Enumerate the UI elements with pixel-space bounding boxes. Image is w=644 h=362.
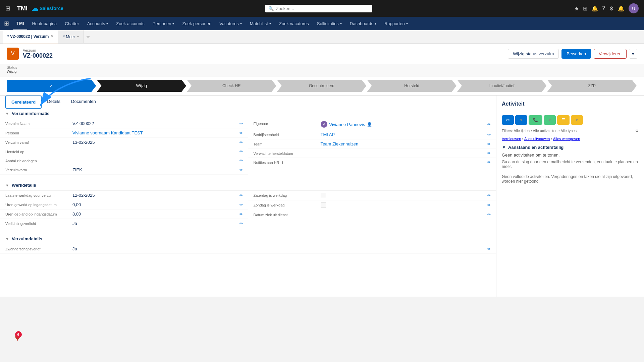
upcoming-title[interactable]: ▼ Aanstaand en achterstallig [502,145,639,150]
nav-zoek-accounts[interactable]: Zoek accounts [113,17,148,30]
nav-accounts[interactable]: Accounts▾ [84,17,111,30]
nav-vacatures[interactable]: Vacatures▾ [216,17,245,30]
nav-personen[interactable]: Personen▾ [149,17,178,30]
step-zzp[interactable]: ZZP [547,80,637,92]
nav-zoek-vacatures[interactable]: Zoek vacatures [276,17,312,30]
email-dropdown-button[interactable]: ▼ [515,115,527,125]
tab-edit-icon[interactable]: ✏ [87,35,90,39]
tab-vz-000022[interactable]: * VZ-000022 | Verzuim ✕ [3,30,58,44]
verzuiminformatie-header[interactable]: ▼ Verzuiminformatie [0,108,496,119]
werkdetails-section: ▼ Werkdetails Laatste werkdag voor verzu… [0,180,496,234]
edit-hersteld-op[interactable]: ✏ [239,149,243,154]
edit-ziektedagen[interactable]: ✏ [239,158,243,163]
edit-uren-gewerkt[interactable]: ✏ [239,202,243,207]
main-content: Gerelateerd Details Documenten [0,96,644,297]
edit-zwangerschapsverlof[interactable]: ✏ [487,247,491,251]
nav-dashboards[interactable]: Dashboards▾ [346,17,380,30]
zaterdag-checkbox[interactable] [321,193,326,198]
tab-meer[interactable]: * Meer ▾ [58,30,84,44]
view-link[interactable]: Alles weergeven [553,137,580,141]
nav-matchlijst[interactable]: Matchlijst▾ [247,17,274,30]
step-completed[interactable]: ✓ [7,80,96,92]
edit-persoon[interactable]: ✏ [239,131,243,135]
edit-verzuim-vanaf[interactable]: ✏ [239,140,243,145]
edit-notities-hr[interactable]: ✏ [487,160,491,165]
field-zwangerschapsverlof: Zwangerschapsverlof Ja ✏ [0,244,496,254]
apps-icon[interactable]: ⊞ [4,20,9,27]
task-dropdown-button[interactable]: ▼ [571,115,583,125]
email-chevron-icon: ▼ [520,118,523,122]
persoon-link[interactable]: Vivianne voornaam Kandidaat TEST [72,130,143,135]
field-eigenaar: Eigenaar V Vivianne Pannevis 👤 ✏ [248,119,496,130]
bedrijfseenheid-link[interactable]: TMI AP [321,132,335,137]
tab-close-icon[interactable]: ✕ [51,35,53,38]
progress-steps: ✓ Wijzig Check HR Gecontroleerd Hersteld… [7,80,637,92]
tab-documenten[interactable]: Documenten [66,96,101,108]
eigenaar-link[interactable]: Vivianne Pannevis [329,122,365,127]
edit-verwachte-hersteldatum[interactable]: ✏ [487,151,491,156]
search-input[interactable] [276,6,369,11]
edit-laatste-werkdag[interactable]: ✏ [239,193,243,198]
star-icon[interactable]: ★ [574,5,579,12]
edit-zaterdag[interactable]: ✏ [487,193,491,198]
edit-bedrijfseenheid[interactable]: ✏ [487,132,491,137]
filters-row: ⚙ Filters: Alle tijden • Alle activiteit… [502,129,639,133]
step-wijzig[interactable]: Wijzig [97,80,186,92]
nav-zoek-personen[interactable]: Zoek personen [179,17,215,30]
notification-icon[interactable]: 🔔 [618,5,625,12]
search-bar[interactable]: 🔍 [265,5,372,12]
field-verlichting: Verlichtingsverlicht Ja ✏ [0,219,248,228]
edit-eigenaar[interactable]: ✏ [487,122,491,127]
question-icon[interactable]: ? [602,5,605,11]
verwijderen-button[interactable]: Verwijderen [594,49,627,59]
field-hersteld-op: Hersteld op ✏ [0,147,248,156]
gear-icon[interactable]: ⚙ [609,5,614,12]
zondag-checkbox[interactable] [321,202,326,208]
expand-link[interactable]: Alles uitvouwen [524,137,550,141]
step-check-hr[interactable]: Check HR [187,80,276,92]
nav-hoofdpagina[interactable]: Hoofdpagina [29,17,60,30]
tab-gerelateerd[interactable]: Gerelateerd [5,96,42,109]
record-type: Verzuim [23,48,53,52]
page-header-left: V Verzuim VZ-000022 [7,48,53,60]
edit-verzuim-naam[interactable]: ✏ [239,121,243,126]
edit-team[interactable]: ✏ [487,142,491,146]
more-actions-button[interactable]: ▾ [629,49,637,59]
nav-app-name[interactable]: TMI [13,17,27,30]
renew-link[interactable]: Vernieuwen [502,137,521,141]
call-dropdown-button[interactable]: ▼ [544,115,556,125]
step-hersteld[interactable]: Hersteld [367,80,457,92]
step-gecontroleerd[interactable]: Gecontroleerd [277,80,367,92]
status-value: Wijzig [7,69,16,73]
edit-datum-ziek[interactable]: ✏ [487,212,491,217]
no-activity-hint: Ga aan de slag door een e-mailbericht te… [502,160,639,169]
accounts-chevron: ▾ [106,22,108,25]
avatar[interactable]: U [629,3,639,13]
bewerken-button[interactable]: Bewerken [561,49,591,59]
nav-sollicitaties[interactable]: Sollicitaties▾ [314,17,345,30]
nav-chatter[interactable]: Chatter [61,17,83,30]
field-verwachte-hersteldatum: Verwachte hersteldatum ✏ [248,149,496,158]
edit-verzuimvorm[interactable]: ✏ [239,168,243,172]
tab-details[interactable]: Details [42,96,66,108]
left-panel: Gerelateerd Details Documenten [0,96,496,297]
werkdetails-header[interactable]: ▼ Werkdetails [0,180,496,191]
grid-icon[interactable]: ⊞ [5,5,10,12]
wijzig-status-button[interactable]: Wijzig status verzuim [508,49,559,59]
email-button[interactable]: ✉ [502,115,514,125]
plus-icon[interactable]: ⊞ [583,5,587,12]
verzuimdetails-header[interactable]: ▼ Verzuimdetails [0,234,496,244]
filter-gear-icon[interactable]: ⚙ [635,129,639,133]
field-aantal-ziektedagen: Aantal ziektedagen ✏ [0,156,248,165]
call-button[interactable]: 📞 [529,115,542,125]
step-inactief[interactable]: Inactief/foutief [457,80,547,92]
bell-icon[interactable]: 🔔 [591,5,598,12]
edit-verlichting[interactable]: ✏ [239,221,243,226]
task-button[interactable]: ☰ [557,115,570,125]
edit-zondag[interactable]: ✏ [487,203,491,207]
nav-rapporten[interactable]: Rapporten▾ [381,17,411,30]
team-link[interactable]: Team Ziekenhuizen [321,141,359,146]
edit-uren-gepland[interactable]: ✏ [239,212,243,217]
werkdetails-right: Zaterdag is werkdag ✏ Zondag is werkdag … [248,191,496,228]
tmi-logo: TMI [17,5,28,12]
